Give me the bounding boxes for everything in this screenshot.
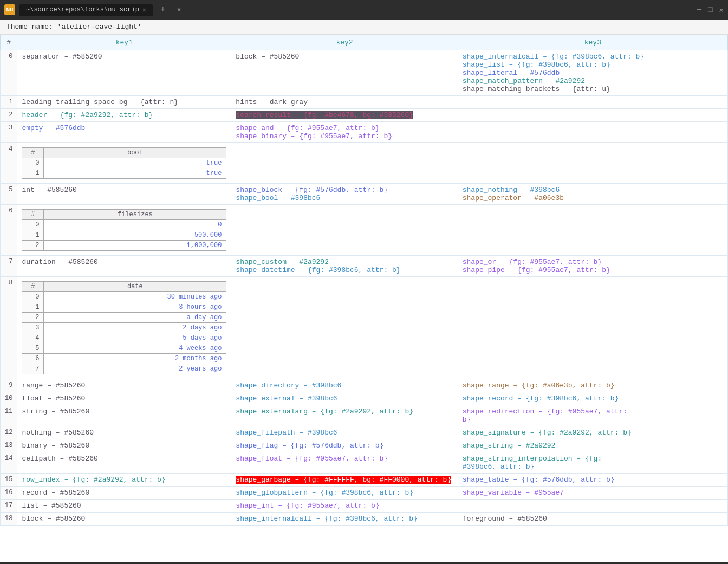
close-button[interactable]: ✕ — [719, 5, 724, 15]
cell-key1: int – #585260 — [17, 184, 231, 205]
main-content: # key1 key2 key3 0separator – #585260blo… — [0, 35, 728, 562]
cell-text: foreground – #585260 — [463, 515, 547, 523]
cell-key1: block – #585260 — [17, 513, 231, 526]
row-number: 16 — [1, 487, 17, 500]
cell-text: shape_external – #398bc6 — [236, 394, 337, 403]
cell-key2: shape_block – {fg: #576ddb, attr: b}shap… — [231, 184, 458, 205]
cell-key3: shape_string_interpolation – {fg: #398bc… — [458, 452, 727, 474]
cell-key2: shape_directory – #398bc6 — [231, 379, 458, 392]
cell-key2: search_result – {fg: #be4678, bg: #58526… — [231, 109, 458, 122]
inner-row-val: 30 minutes ago — [44, 292, 226, 302]
cell-text: range – #585260 — [22, 381, 85, 390]
cell-key2: shape_float – {fg: #955ae7, attr: b} — [231, 452, 458, 474]
cell-text: shape_datetime – {fg: #398bc6, attr: b} — [236, 266, 453, 274]
cell-key2: shape_internalcall – {fg: #398bc6, attr:… — [231, 513, 458, 526]
cell-text: empty – #576ddb — [22, 124, 85, 132]
cell-key2: shape_garbage – {fg: #FFFFFF, bg: #FF000… — [231, 474, 458, 487]
cell-text: row_index – {fg: #2a9292, attr: b} — [22, 476, 165, 484]
cell-key3: shape_record – {fg: #398bc6, attr: b} — [458, 392, 727, 405]
cell-text: shape_flag – {fg: #576ddb, attr: b} — [236, 442, 384, 450]
inner-table-row: 13 hours ago — [22, 302, 226, 313]
cell-key3 — [458, 205, 727, 256]
row-number: 4 — [1, 143, 17, 184]
cell-text: shape_internalcall – {fg: #398bc6, attr:… — [463, 53, 723, 61]
table-row: 3empty – #576ddbshape_and – {fg: #955ae7… — [1, 122, 728, 143]
table-row: 9range – #585260shape_directory – #398bc… — [1, 379, 728, 392]
inner-col-filesizes: filesizes — [44, 210, 226, 220]
theme-label: Theme name: 'atelier-cave-light' — [0, 20, 728, 35]
cell-text: binary – #585260 — [22, 442, 89, 450]
inner-row-idx: 4 — [22, 333, 44, 343]
table-row: 16record – #585260shape_globpattern – {f… — [1, 487, 728, 500]
maximize-button[interactable]: □ — [708, 5, 712, 15]
active-tab[interactable]: ~\source\repos\forks\nu_scrip ✕ — [20, 4, 153, 16]
cell-key3 — [458, 122, 727, 143]
cell-text: shape_signature – {fg: #2a9292, attr: b} — [463, 429, 632, 437]
cell-key1: #filesizes001500,00021,000,000 — [17, 205, 231, 256]
app-icon: Nu — [4, 4, 15, 15]
row-number: 10 — [1, 392, 17, 405]
cell-key3: shape_nothing – #398bc6shape_operator – … — [458, 184, 727, 205]
cell-text: b} — [463, 416, 723, 424]
table-row: 11string – #585260shape_externalarg – {f… — [1, 405, 728, 426]
cell-key1: float – #585260 — [17, 392, 231, 405]
tab-close-button[interactable]: ✕ — [142, 6, 146, 14]
cell-key2: shape_filepath – #398bc6 — [231, 426, 458, 439]
cell-text: shape_string – #2a9292 — [463, 442, 556, 450]
cell-key1: nothing – #585260 — [17, 426, 231, 439]
inner-table-row: 32 days ago — [22, 323, 226, 333]
cell-text: shape_nothing – #398bc6 — [463, 186, 723, 194]
inner-col-date: date — [44, 282, 226, 292]
cell-key3: shape_or – {fg: #955ae7, attr: b}shape_p… — [458, 256, 727, 277]
window-controls: ─ □ ✕ — [697, 5, 724, 15]
inner-col-hash: # — [22, 282, 44, 292]
cell-text: shape_match_pattern – #2a9292 — [463, 77, 723, 85]
cell-text: record – #585260 — [22, 489, 89, 497]
inner-row-idx: 1 — [22, 302, 44, 313]
cell-text: shape_range – {fg: #a06e3b, attr: b} — [463, 381, 615, 390]
cell-key3: foreground – #585260 — [458, 513, 727, 526]
cell-key2: shape_custom – #2a9292shape_datetime – {… — [231, 256, 458, 277]
cell-text: shape_garbage – {fg: #FFFFFF, bg: #FF000… — [236, 476, 451, 484]
inner-row-val: 1,000,000 — [44, 241, 226, 251]
cell-text: block – #585260 — [22, 515, 85, 523]
cell-text: shape_filepath – #398bc6 — [236, 429, 337, 437]
row-number: 2 — [1, 109, 17, 122]
row-number: 5 — [1, 184, 17, 205]
inner-row-val: true — [44, 168, 226, 179]
row-number: 12 — [1, 426, 17, 439]
cell-key2: block – #585260 — [231, 50, 458, 96]
cell-key3: shape_table – {fg: #576ddb, attr: b} — [458, 474, 727, 487]
cell-key3: shape_variable – #955ae7 — [458, 487, 727, 500]
inner-table-row: 62 months ago — [22, 354, 226, 364]
cell-text: #398bc6, attr: b} — [463, 463, 723, 471]
cell-key2: shape_flag – {fg: #576ddb, attr: b} — [231, 439, 458, 452]
row-number: 1 — [1, 96, 17, 109]
inner-col-hash: # — [22, 148, 44, 158]
cell-text: shape_string_interpolation – {fg: — [463, 455, 723, 463]
inner-row-val: 2 days ago — [44, 323, 226, 333]
data-table: # key1 key2 key3 0separator – #585260blo… — [0, 35, 728, 526]
cell-text: shape_block – {fg: #576ddb, attr: b} — [236, 186, 453, 194]
inner-table-row: 72 years ago — [22, 364, 226, 374]
new-tab-button[interactable]: + — [157, 5, 169, 15]
more-tabs-button[interactable]: ▾ — [173, 4, 185, 15]
cell-key3 — [458, 96, 727, 109]
inner-row-idx: 1 — [22, 230, 44, 241]
cell-text: string – #585260 — [22, 407, 89, 416]
inner-table-row: 21,000,000 — [22, 241, 226, 251]
inner-row-idx: 2 — [22, 313, 44, 323]
row-number: 14 — [1, 452, 17, 474]
tab-label: ~\source\repos\forks\nu_scrip — [26, 6, 139, 14]
cell-key1: duration – #585260 — [17, 256, 231, 277]
table-row: 0separator – #585260block – #585260shape… — [1, 50, 728, 96]
cell-key2: shape_externalarg – {fg: #2a9292, attr: … — [231, 405, 458, 426]
table-row-inner-filesizes: 6#filesizes001500,00021,000,000 — [1, 205, 728, 256]
row-number: 9 — [1, 379, 17, 392]
minimize-button[interactable]: ─ — [697, 5, 701, 15]
cell-text: shape_variable – #955ae7 — [463, 489, 564, 497]
cell-key1: record – #585260 — [17, 487, 231, 500]
cell-text: shape_float – {fg: #955ae7, attr: b} — [236, 455, 388, 463]
cell-key2: shape_globpattern – {fg: #398bc6, attr: … — [231, 487, 458, 500]
cell-key1: string – #585260 — [17, 405, 231, 426]
